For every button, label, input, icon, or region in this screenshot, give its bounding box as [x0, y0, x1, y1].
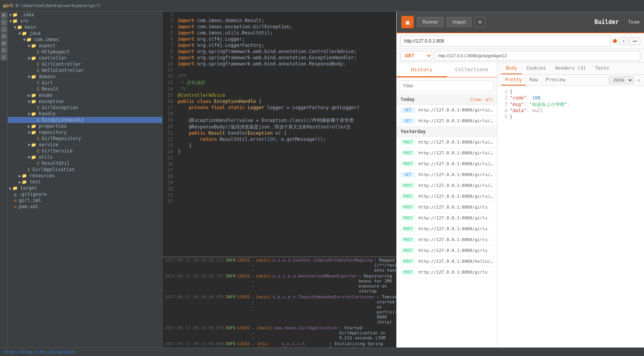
console-time: 2017-09-17 20:10:58.791	[165, 274, 224, 294]
tree-item-exception[interactable]: ▼📁exception	[8, 98, 162, 104]
history-item-yesterday-12[interactable]: POSThttp://127.0.0.1:8080/girls	[397, 267, 497, 278]
request-url-input[interactable]	[435, 51, 640, 61]
tree-label: com.imooc	[34, 37, 59, 42]
sidebar-icon-5[interactable]: ⊞	[1, 40, 7, 46]
console-pid: 13632	[237, 325, 250, 341]
history-item-yesterday-5[interactable]: POSThttp://127.0.0.1:8080/girls/girls	[397, 191, 497, 202]
console-msg: : Mapped URL path [/**/favicon.ico] onto…	[374, 258, 396, 273]
tree-item-girliml[interactable]: mgirl.iml	[8, 197, 162, 204]
code-line-3: 3import com.imooc.domain.Result;	[163, 18, 396, 24]
tree-item-resources[interactable]: ▶📁resources	[8, 173, 162, 179]
tab-preview[interactable]: Preview	[542, 75, 569, 86]
tree-item-girlapplication[interactable]: CGirlApplication	[8, 166, 162, 173]
tab-body[interactable]: Body	[501, 63, 522, 74]
method-select[interactable]: GET POST PUT DELETE	[401, 51, 432, 61]
console-thread: [main]	[256, 294, 271, 325]
method-badge: GET	[401, 172, 415, 178]
more-options-button[interactable]: •••	[629, 37, 640, 45]
tree-item-comimooc[interactable]: ▼📁com.imooc	[8, 36, 162, 43]
tree-item-hellocontroller[interactable]: CHelloController	[8, 67, 162, 74]
tree-item-resultutil[interactable]: CResultUtil	[8, 160, 162, 166]
git-icon: g	[14, 192, 17, 197]
code-line-10: 10import org.springframework.web.bind.an…	[163, 61, 396, 67]
line-number: 27	[163, 168, 176, 174]
tab-raw[interactable]: Raw	[526, 75, 542, 86]
tree-item-gitignore[interactable]: g.gitignore	[8, 191, 162, 197]
tree-item-aspect[interactable]: ▼📁aspect	[8, 43, 162, 49]
json-format-select[interactable]: JSON XML Text	[609, 76, 634, 84]
history-item-yesterday-0[interactable]: POSThttp://127.0.0.1:8080/girls/getAge/2	[397, 137, 497, 148]
tree-item-domain[interactable]: ▼📁domain	[8, 74, 162, 80]
tree-item-pomxml[interactable]: mpom.xml	[8, 204, 162, 210]
tree-item-handle[interactable]: ▼📁handle	[8, 111, 162, 117]
history-item-today-0[interactable]: GEThttp://127.0.0.1:8080/girls/getAge/12	[397, 105, 497, 116]
history-item-yesterday-7[interactable]: POSThttp://127.0.0.1:8080/girls	[397, 213, 497, 224]
url-input[interactable]	[401, 36, 611, 46]
clear-button[interactable]: Clear all	[470, 97, 493, 102]
tree-item-result[interactable]: CResult	[8, 86, 162, 92]
tree-item-girlservice[interactable]: CGirlService	[8, 148, 162, 154]
history-item-yesterday-9[interactable]: POSThttp://127.0.0.1:8080/girls	[397, 234, 497, 245]
tree-item-target[interactable]: ▶📁target	[8, 185, 162, 191]
history-item-yesterday-4[interactable]: POSThttp://127.0.0.1:8080/girls/getAge/3	[397, 180, 497, 191]
tree-item-girl[interactable]: CGirl	[8, 80, 162, 86]
status-url[interactable]: http://blog.csdn.net/amingec	[4, 349, 75, 354]
history-item-yesterday-10[interactable]: POSThttp://127.0.0.1:8080/girls	[397, 245, 497, 256]
tree-item-enums[interactable]: ▶📁enums	[8, 92, 162, 98]
tree-label: handle	[39, 111, 55, 116]
history-item-yesterday-2[interactable]: POSThttp://127.0.0.1:8080/girls/getAge/3	[397, 159, 497, 169]
history-item-yesterday-11[interactable]: POSThttp://127.0.0.1:8080/hello/say/10	[397, 256, 497, 267]
history-item-today-1[interactable]: GEThttp://127.0.0.1:8080/girls/getAge/11	[397, 116, 497, 127]
tree-item-src[interactable]: ▼📁src	[8, 18, 162, 24]
tab-headers[interactable]: Headers (3)	[550, 63, 590, 74]
format-icon[interactable]: ⇌	[637, 77, 640, 83]
tree-item-controller[interactable]: ▼📁controller	[8, 55, 162, 61]
filter-input[interactable]	[400, 80, 494, 91]
tree-item-test[interactable]: ▶📁test	[8, 179, 162, 185]
editor-area: 23import com.imooc.domain.Result;4import…	[163, 12, 396, 257]
folder-icon: 📁	[12, 12, 18, 17]
tab-pretty[interactable]: Pretty	[501, 75, 526, 86]
tree-item-java[interactable]: ▼📁java	[8, 30, 162, 36]
history-item-yesterday-1[interactable]: POSThttp://127.0.0.1:8080/girls/getAge/3	[397, 148, 497, 159]
tree-item-main[interactable]: ▼📁main	[8, 24, 162, 30]
tree-item-repository[interactable]: ▼📁repository	[8, 129, 162, 135]
folder-icon: 📁	[31, 74, 36, 79]
sidebar-icon-7[interactable]: ✎	[1, 54, 7, 60]
console-line-0: 2017-09-17 20:10:58.372INFO13632---[main…	[163, 257, 396, 273]
add-url-button[interactable]: +	[619, 37, 628, 45]
tree-item-utils[interactable]: ▼📁utils	[8, 154, 162, 160]
tree-item-exceptionhandle[interactable]: CExceptionHandle	[8, 117, 162, 123]
history-item-yesterday-8[interactable]: POSThttp://127.0.0.1:8080/girls	[397, 224, 497, 234]
tree-item-properties[interactable]: ▶📁properties	[8, 123, 162, 129]
json-line-content: "code": 100,	[510, 95, 641, 101]
tree-item-idea[interactable]: ▼📁.idea	[8, 12, 162, 18]
tree-label: ExceptionHandle	[42, 117, 84, 123]
sidebar-icon-6[interactable]: ↻	[1, 47, 7, 53]
import-button[interactable]: Import	[447, 17, 471, 27]
tree-item-girlexception[interactable]: CGirlException	[8, 104, 162, 111]
sidebar-icon-2[interactable]: ↑	[1, 19, 7, 26]
console-line-2: 2017-09-17 20:10:58.975INFO13632---[main…	[163, 294, 396, 325]
line-content	[176, 180, 396, 186]
sidebar-icon-4[interactable]: ≡	[1, 33, 7, 39]
tree-arrow: ▼	[28, 56, 30, 60]
sidebar-icon-1[interactable]: ▼	[1, 12, 7, 19]
code-line-29: 29	[163, 180, 396, 186]
history-item-yesterday-6[interactable]: POSThttp://127.0.0.1:8080/girls	[397, 202, 497, 213]
sidebar-icon-3[interactable]: ↓	[1, 26, 7, 33]
history-filter	[397, 77, 497, 94]
new-tab-button[interactable]: ⊞	[474, 17, 485, 27]
tab-collections[interactable]: Collections	[447, 63, 497, 77]
tab-history[interactable]: History	[397, 63, 447, 77]
console-pid: 13632	[237, 274, 250, 294]
tab-tests[interactable]: Tests	[591, 63, 614, 74]
tree-item-service[interactable]: ▼📁service	[8, 142, 162, 148]
tree-item-girlcontroller[interactable]: CGirlController	[8, 61, 162, 67]
tree-item-httpaspect[interactable]: CHttpAspect	[8, 49, 162, 55]
runner-button[interactable]: Runner	[417, 17, 444, 27]
tree-item-girlrepository[interactable]: CGirlRepository	[8, 135, 162, 142]
history-item-yesterday-3[interactable]: GEThttp://127.0.0.1:8080/girls/getAge/3	[397, 169, 497, 180]
tab-cookies[interactable]: Cookies	[522, 63, 551, 74]
line-number: 21	[163, 130, 176, 137]
